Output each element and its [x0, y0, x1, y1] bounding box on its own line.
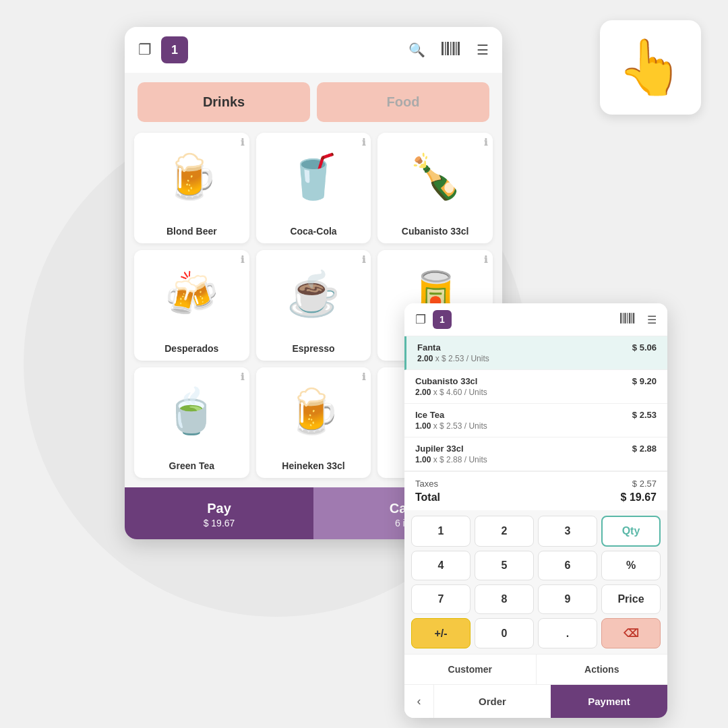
- category-tabs: Drinks Food: [125, 73, 502, 126]
- taxes-amount: $ 2.57: [632, 479, 657, 489]
- customer-button[interactable]: Customer: [404, 655, 537, 684]
- payment-nav-button[interactable]: Payment: [551, 685, 667, 718]
- product-card-espresso[interactable]: ℹ ☕ Espresso: [256, 250, 371, 361]
- numpad-price[interactable]: Price: [601, 584, 661, 614]
- back-button[interactable]: ‹: [404, 685, 434, 718]
- hand-touch-icon: 👆: [617, 36, 684, 99]
- numpad-1[interactable]: 1: [411, 516, 471, 547]
- numpad: 1 2 3 Qty 4 5 6 % 7 8 9 Price +/- 0 . ⌫: [404, 510, 667, 654]
- order-line-unit-price: $ 2.53: [442, 354, 464, 363]
- order-line-price: $ 2.53: [632, 410, 657, 420]
- order-line-name: Cubanisto 33cl: [415, 376, 477, 386]
- order-line-name: Jupiler 33cl: [415, 444, 464, 454]
- product-card-green-tea[interactable]: ℹ 🍵 Green Tea: [134, 367, 249, 478]
- product-name: Espresso: [256, 338, 371, 361]
- order-totals: Taxes $ 2.57 Total $ 19.67: [404, 471, 667, 510]
- svg-rect-7: [620, 313, 621, 324]
- order-panel-header: ❐ 1 ☰: [404, 303, 667, 336]
- svg-rect-0: [442, 42, 444, 55]
- numpad-delete[interactable]: ⌫: [601, 618, 661, 648]
- order-nav: ‹ Order Payment: [404, 684, 667, 718]
- order-line-unit-price: $ 2.53: [439, 421, 462, 431]
- product-name: Coca-Cola: [256, 220, 371, 243]
- numpad-9[interactable]: 9: [538, 584, 597, 614]
- product-name: Heineken 33cl: [256, 455, 371, 478]
- order-line-unit: Units: [468, 455, 487, 464]
- svg-rect-8: [623, 313, 624, 324]
- total-row: Total $ 19.67: [415, 491, 657, 504]
- svg-rect-1: [445, 42, 446, 55]
- order-line-cubanisto[interactable]: Cubanisto 33cl $ 9.20 2.00 x $ 4.60 / Un…: [404, 370, 667, 404]
- svg-rect-5: [456, 42, 457, 55]
- barcode-icon[interactable]: [442, 42, 460, 59]
- svg-rect-10: [627, 313, 628, 324]
- product-image: 🍺: [286, 386, 340, 437]
- product-card-cubanisto[interactable]: ℹ 🍾 Cubanisto 33cl: [377, 133, 493, 243]
- barcode-icon-2[interactable]: [620, 313, 635, 326]
- total-label: Total: [415, 491, 440, 504]
- svg-rect-13: [633, 313, 634, 324]
- order-line-unit-price: $ 2.88: [439, 455, 462, 464]
- product-image: 🍻: [164, 269, 218, 320]
- product-card-heineken[interactable]: ℹ 🍺 Heineken 33cl: [256, 367, 371, 478]
- menu-icon-2[interactable]: ☰: [647, 313, 657, 326]
- numpad-7[interactable]: 7: [411, 584, 471, 614]
- order-line-name: Ice Tea: [415, 410, 444, 420]
- order-line-qty: 1.00: [415, 421, 431, 431]
- order-line-unit: Units: [468, 421, 487, 431]
- product-name: Green Tea: [134, 455, 249, 478]
- tab-drinks[interactable]: Drinks: [138, 82, 310, 122]
- product-card-desperados[interactable]: ℹ 🍻 Desperados: [134, 250, 249, 361]
- info-icon[interactable]: ℹ: [484, 137, 487, 148]
- tab-food[interactable]: Food: [317, 82, 489, 122]
- product-name: Desperados: [134, 338, 249, 361]
- svg-rect-9: [624, 313, 626, 324]
- product-image: 🍾: [408, 152, 462, 202]
- main-pos-header: ❐ 1 🔍 ☰: [125, 27, 502, 73]
- info-icon[interactable]: ℹ: [362, 254, 365, 265]
- numpad-3[interactable]: 3: [538, 516, 597, 547]
- info-icon[interactable]: ℹ: [241, 137, 244, 148]
- info-icon[interactable]: ℹ: [241, 371, 244, 382]
- numpad-8[interactable]: 8: [475, 584, 534, 614]
- svg-rect-4: [453, 42, 455, 55]
- order-line-ice-tea[interactable]: Ice Tea $ 2.53 1.00 x $ 2.53 / Units: [404, 404, 667, 437]
- numpad-2[interactable]: 2: [475, 516, 534, 547]
- numpad-plus-minus[interactable]: +/-: [411, 618, 471, 648]
- info-icon[interactable]: ℹ: [362, 371, 365, 382]
- numpad-6[interactable]: 6: [538, 551, 597, 580]
- svg-rect-2: [447, 42, 449, 55]
- numpad-0[interactable]: 0: [475, 618, 534, 648]
- numpad-5[interactable]: 5: [475, 551, 534, 580]
- product-card-coca-cola[interactable]: ℹ 🥤 Coca-Cola: [256, 133, 371, 243]
- order-badge-2[interactable]: 1: [433, 310, 452, 329]
- order-line-jupiler[interactable]: Jupiler 33cl $ 2.88 1.00 x $ 2.88 / Unit…: [404, 437, 667, 471]
- numpad-4[interactable]: 4: [411, 551, 471, 580]
- order-line-qty: 2.00: [417, 354, 433, 363]
- info-icon[interactable]: ℹ: [241, 254, 244, 265]
- order-panel: ❐ 1 ☰ Fanta $ 5.06 2.00 x: [404, 303, 667, 718]
- svg-rect-3: [450, 42, 452, 55]
- numpad-dot[interactable]: .: [538, 618, 597, 648]
- product-image: ☕: [286, 269, 340, 320]
- order-screen-icon-2: ❐: [415, 312, 426, 327]
- numpad-percent[interactable]: %: [601, 551, 661, 580]
- order-line-qty: 2.00: [415, 388, 431, 397]
- info-icon[interactable]: ℹ: [362, 137, 365, 148]
- order-line-fanta[interactable]: Fanta $ 5.06 2.00 x $ 2.53 / Units: [404, 336, 667, 370]
- pay-button[interactable]: Pay $ 19.67: [125, 487, 313, 539]
- info-icon[interactable]: ℹ: [484, 254, 487, 265]
- svg-rect-6: [458, 42, 460, 55]
- product-card-blond-beer[interactable]: ℹ 🍺 Blond Beer: [134, 133, 249, 243]
- numpad-qty[interactable]: Qty: [601, 516, 661, 547]
- actions-button[interactable]: Actions: [537, 655, 668, 684]
- order-nav-button[interactable]: Order: [434, 685, 551, 718]
- product-image: 🍵: [164, 386, 218, 437]
- order-line-price: $ 9.20: [632, 376, 657, 386]
- order-count-badge[interactable]: 1: [161, 36, 188, 63]
- order-line-name: Fanta: [417, 342, 441, 353]
- menu-icon[interactable]: ☰: [477, 42, 489, 58]
- svg-rect-12: [632, 313, 632, 324]
- order-actions-row: Customer Actions: [404, 654, 667, 684]
- search-icon[interactable]: 🔍: [408, 42, 425, 58]
